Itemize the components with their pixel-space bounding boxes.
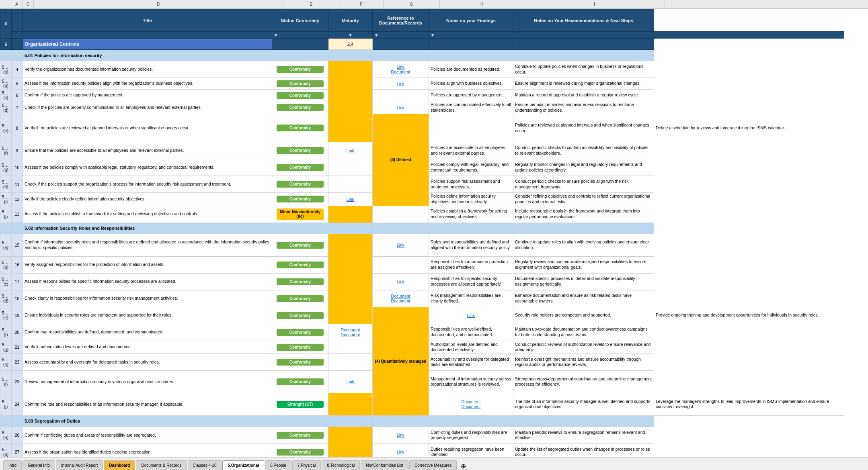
row-rec-503a: Maintain periodic reviews to ensure segr…: [513, 427, 654, 443]
row-num-8: 8: [12, 114, 23, 142]
row-status-502d: Conformity: [272, 290, 328, 307]
tab-internal-audit-report[interactable]: Internal Audit Report: [56, 460, 103, 470]
policies-notes: [429, 50, 513, 61]
table-row: 5.03 (a) 26 Confirm if conflicting dutie…: [0, 427, 844, 443]
tab-8-technological[interactable]: 8.Technological: [322, 460, 360, 470]
main-grid[interactable]: # Title Status Conformity Maturity Refer…: [0, 9, 868, 457]
row-status-501e: Conformity: [272, 114, 328, 142]
col-letter-d: D: [34, 0, 283, 8]
table-row: 5.02 (d) 18 Check clarity in responsibil…: [0, 290, 844, 307]
row-num-13: 13: [12, 206, 23, 223]
row-findings-502c: Responsibilities for specific security p…: [429, 273, 513, 290]
row-num-26: 26: [12, 427, 23, 443]
row-num-23: 23: [12, 370, 23, 393]
row-num-12: 12: [12, 193, 23, 206]
row-link-501f: Link: [328, 142, 373, 159]
row-id-502h: 5.02 (h): [0, 354, 12, 370]
row-text-501i: Verify if the policies clearly define in…: [23, 193, 272, 206]
row-rec-502h: Reinforce oversight mechanisms and ensur…: [513, 354, 654, 370]
row-findings-502i: Management of information security acros…: [429, 370, 513, 393]
row-num-22: 22: [12, 354, 23, 370]
tab-dashboard[interactable]: Dashboard: [104, 460, 135, 470]
row-status-502c: Conformity: [272, 273, 328, 290]
header-maturity: Maturity: [328, 9, 373, 32]
row-findings-501h: Policies support risk assessment and tre…: [429, 176, 513, 193]
maturity-501j: [328, 206, 373, 223]
row-rec-501i: Consider refining objectives and control…: [513, 193, 654, 206]
col-letter-rownum: [0, 0, 11, 8]
row-rec-501h: Conduct periodic checks to ensure polici…: [513, 176, 654, 193]
section-rec: [513, 39, 654, 50]
header-reference: Reference to Documents/Records: [373, 9, 429, 32]
header-notes-findings: Notes on your Findings: [429, 9, 513, 32]
row-num-21: 21: [12, 341, 23, 354]
row-link-502d: DocumentDocument: [373, 290, 429, 307]
tab-documents-records[interactable]: Documents & Records: [136, 460, 187, 470]
section-status: [272, 39, 328, 50]
row-text-501c: Confirm if the policies are approved by …: [23, 90, 272, 101]
row-link-502a: Link: [373, 234, 429, 256]
tab-clauses-4-10[interactable]: Clauses 4-10: [188, 460, 222, 470]
row-status-502a: Conformity: [272, 234, 328, 256]
filter-row: ▼ ▼ ▼ ▼: [0, 32, 844, 39]
seg-ref: [373, 415, 429, 427]
row-link-502j: DocumentDocument: [429, 393, 513, 415]
tab-general-info[interactable]: General Info: [23, 460, 55, 470]
row-status-501j: Minor Nonconformity (nc): [272, 206, 328, 223]
row-text-502b: Verify assigned responsibilities for the…: [23, 256, 272, 273]
row-text-502a: Confirm if information security roles an…: [23, 234, 272, 256]
tab-6-people[interactable]: 6.People: [265, 460, 291, 470]
row-id-501h: 5.01 (h): [0, 176, 12, 193]
col-letter-c: C: [23, 0, 34, 8]
col-letter-e: E: [283, 0, 339, 8]
table-row: 5.01 (d) 7 Check if the policies are pro…: [0, 101, 844, 114]
row-link-501j: [373, 206, 429, 223]
row-status-503b: Conformity: [272, 443, 328, 457]
row-id-502f: 5.02 (f): [0, 324, 12, 341]
row-status-501i: Conformity: [272, 193, 328, 206]
main-table: # Title Status Conformity Maturity Refer…: [0, 9, 844, 457]
row-num-7: 7: [12, 101, 23, 114]
table-row: 5.03 (b) 27 Assess if the organization h…: [0, 443, 844, 457]
row-text-502f: Confirm that responsibilities are define…: [23, 324, 272, 341]
tab-intro[interactable]: Intro: [3, 460, 22, 470]
row-num-20: 20: [12, 324, 23, 341]
row-status-502e: Conformity: [272, 307, 328, 324]
row-findings-502j: The role of an information security mana…: [513, 393, 654, 415]
row-id-501b: 5.01 (b): [0, 78, 12, 90]
tab-nonconformities-list[interactable]: NonConformities List: [361, 460, 408, 470]
row-findings-501c: Policies are approved by management.: [429, 90, 513, 101]
row-rec-501c: Maintain a record of approval and establ…: [513, 90, 654, 101]
row-rec-501e: Define a schedule for reviews and integr…: [654, 114, 844, 142]
header-status: Status Conformity: [272, 9, 328, 32]
row-link-501a: LinkDocument: [373, 61, 429, 78]
tab-corrective-measures[interactable]: Corrective Measures: [409, 460, 457, 470]
tab-bar: Intro General Info Internal Audit Report…: [0, 457, 868, 470]
roles-rec: [513, 223, 654, 234]
row-text-502c: Assess if responsibilities for specific …: [23, 273, 272, 290]
policies-label: 5.01 Policies for information security: [23, 50, 272, 61]
add-sheet-button[interactable]: ⊕: [461, 462, 466, 470]
roles-header-row: 5.02 Information Security Roles and Resp…: [0, 223, 844, 234]
row-status-501g: Conformity: [272, 159, 328, 176]
header-empty-c: [12, 9, 23, 32]
row-findings-501e: Policies are reviewed at planned interva…: [513, 114, 654, 142]
row-rec-502a: Continue to update roles to align with e…: [513, 234, 654, 256]
row-status-501b: Conformity: [272, 78, 328, 90]
maturity-502j: [328, 393, 373, 415]
row-text-501f: Ensure that the policies are accessible …: [23, 142, 272, 159]
row-findings-502d: Risk management responsibilities are cle…: [429, 290, 513, 307]
row-rec-502j: Leverage the manager's strengths to lead…: [654, 393, 844, 415]
row-id-501j: 5.01 (j): [0, 206, 12, 223]
seg-notes: [429, 415, 513, 427]
table-row: 5.02 (c) 17 Assess if responsibilities f…: [0, 273, 844, 290]
row-id-502j: 5.02 (j): [0, 393, 12, 415]
policies-c-cell: [12, 50, 23, 61]
row-id-502g: 5.02 (g): [0, 341, 12, 354]
seg-c-cell: [12, 415, 23, 427]
row-findings-501d: Policies are communicated effectively to…: [429, 101, 513, 114]
row-num-11: 11: [12, 176, 23, 193]
tab-5-organizational[interactable]: 5.Organizational: [222, 460, 264, 470]
tab-7-physical[interactable]: 7.Physical: [292, 460, 321, 470]
row-status-502f: Conformity: [272, 324, 328, 341]
